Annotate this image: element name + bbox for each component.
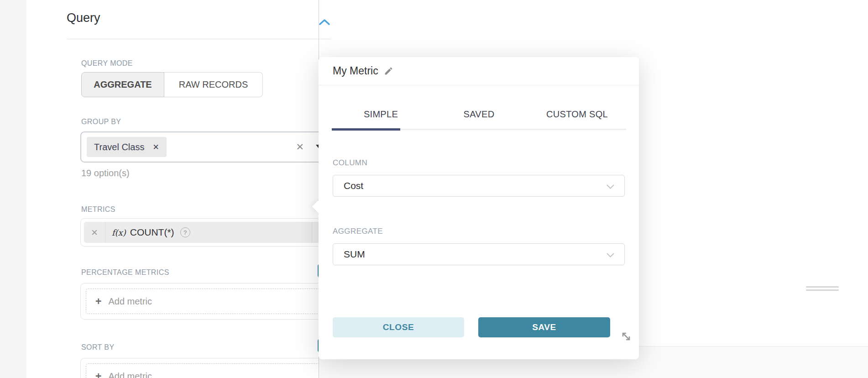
metric-title: My Metric [333,65,378,77]
query-section-title: Query [67,11,100,25]
plus-icon: + [95,295,101,308]
column-value: Cost [344,180,363,191]
pill-divider [105,222,105,243]
plus-icon: + [95,370,101,378]
chevron-down-icon [607,249,614,260]
tab-custom-sql[interactable]: CUSTOM SQL [528,105,626,130]
tab-simple[interactable]: SIMPLE [332,105,430,130]
group-by-tag: Travel Class ✕ [87,137,167,157]
group-by-label: GROUP BY [81,118,121,126]
tab-rail [332,129,626,130]
resize-drag-handle[interactable] [806,286,839,293]
metric-name: COUNT(*) [130,227,174,238]
left-rail [0,0,26,378]
sort-by-container: + Add metric [80,358,332,378]
metric-editor-popover: My Metric SIMPLE SAVED CUSTOM SQL COLUMN… [319,57,639,359]
aggregate-mode-button[interactable]: AGGREGATE [81,72,164,97]
metrics-container: ✕ f(x) COUNT(*) ? › [80,218,332,247]
aggregate-select[interactable]: SUM [333,243,625,265]
help-icon: ? [180,227,190,237]
query-mode-toggle: AGGREGATE RAW RECORDS [81,72,263,97]
column-label: COLUMN [333,158,367,168]
aggregate-label: AGGREGATE [333,227,383,236]
add-sort-by-dropzone[interactable]: + Add metric [86,363,327,378]
group-by-select[interactable]: Travel Class ✕ ✕ [80,131,332,163]
query-control-panel: Query QUERY MODE AGGREGATE RAW RECORDS G… [26,0,319,378]
raw-records-mode-button[interactable]: RAW RECORDS [164,72,263,97]
add-percentage-metric-dropzone[interactable]: + Add metric [86,289,327,314]
group-by-options-hint: 19 option(s) [81,168,130,178]
metric-item[interactable]: ✕ f(x) COUNT(*) ? › [84,222,329,243]
section-divider [67,39,331,39]
function-icon: f(x) [112,228,126,237]
chevron-down-icon [607,180,614,191]
close-button[interactable]: CLOSE [333,317,464,337]
active-tab-indicator [332,128,400,131]
column-select[interactable]: Cost [333,175,625,197]
popover-header: My Metric [319,57,639,85]
add-metric-placeholder: Add metric [108,371,152,378]
collapse-section-button[interactable] [319,18,330,26]
chevron-up-icon [319,20,330,28]
edit-pencil-icon[interactable] [384,66,393,76]
aggregate-value: SUM [344,249,365,260]
sort-by-label: SORT BY [81,343,114,352]
save-button[interactable]: SAVE [478,317,610,337]
popover-resize-icon[interactable] [620,330,633,343]
group-by-tag-text: Travel Class [94,142,144,152]
metric-editor-tabs: SIMPLE SAVED CUSTOM SQL [332,105,626,130]
remove-metric-icon[interactable]: ✕ [84,227,105,238]
clear-all-icon[interactable]: ✕ [296,142,304,152]
metrics-label: METRICS [81,205,115,214]
query-mode-label: QUERY MODE [81,59,133,68]
add-metric-placeholder: Add metric [108,296,152,307]
chart-builder-screen: Query QUERY MODE AGGREGATE RAW RECORDS G… [0,0,868,378]
tab-saved[interactable]: SAVED [430,105,528,130]
percentage-metrics-container: + Add metric [80,283,332,320]
percentage-metrics-label: PERCENTAGE METRICS [81,268,169,277]
remove-tag-icon[interactable]: ✕ [152,142,159,152]
